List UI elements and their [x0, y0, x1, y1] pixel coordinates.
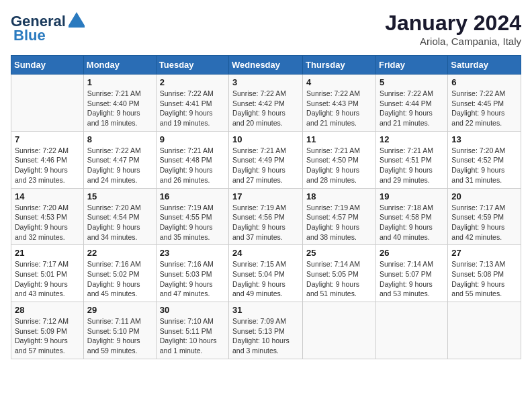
calendar-subtitle: Ariola, Campania, Italy — [385, 36, 521, 47]
cell-info-text: Sunrise: 7:10 AMSunset: 5:11 PMDaylight:… — [160, 316, 225, 356]
calendar-cell: 8Sunrise: 7:22 AMSunset: 4:47 PMDaylight… — [83, 131, 156, 188]
cell-info-text: Sunrise: 7:19 AMSunset: 4:57 PMDaylight:… — [306, 203, 372, 242]
calendar-cell: 2Sunrise: 7:22 AMSunset: 4:41 PMDaylight… — [156, 75, 228, 132]
weekday-header: Saturday — [448, 56, 521, 75]
weekday-header: Thursday — [303, 56, 376, 75]
calendar-cell: 10Sunrise: 7:21 AMSunset: 4:49 PMDayligh… — [229, 131, 303, 188]
cell-date-number: 7 — [15, 134, 80, 144]
calendar-cell: 1Sunrise: 7:21 AMSunset: 4:40 PMDaylight… — [83, 75, 156, 132]
calendar-cell: 6Sunrise: 7:22 AMSunset: 4:45 PMDaylight… — [448, 75, 521, 132]
calendar-cell — [448, 302, 521, 359]
cell-info-text: Sunrise: 7:22 AMSunset: 4:42 PMDaylight:… — [232, 89, 299, 128]
cell-info-text: Sunrise: 7:22 AMSunset: 4:47 PMDaylight:… — [87, 146, 152, 185]
cell-date-number: 13 — [451, 134, 517, 144]
cell-date-number: 20 — [451, 191, 517, 201]
calendar-title: January 2024 — [385, 11, 521, 36]
cell-date-number: 29 — [87, 305, 152, 315]
cell-date-number: 16 — [160, 191, 225, 201]
cell-info-text: Sunrise: 7:16 AMSunset: 5:02 PMDaylight:… — [87, 259, 152, 299]
calendar-cell: 4Sunrise: 7:22 AMSunset: 4:43 PMDaylight… — [303, 75, 376, 132]
weekday-header: Wednesday — [229, 56, 303, 75]
calendar-cell: 25Sunrise: 7:14 AMSunset: 5:05 PMDayligh… — [303, 245, 376, 302]
cell-info-text: Sunrise: 7:19 AMSunset: 4:55 PMDaylight:… — [160, 203, 225, 242]
cell-info-text: Sunrise: 7:21 AMSunset: 4:40 PMDaylight:… — [87, 89, 152, 128]
calendar-cell: 5Sunrise: 7:22 AMSunset: 4:44 PMDaylight… — [375, 75, 447, 132]
weekday-header: Monday — [83, 56, 156, 75]
cell-info-text: Sunrise: 7:21 AMSunset: 4:48 PMDaylight:… — [160, 146, 225, 185]
cell-info-text: Sunrise: 7:22 AMSunset: 4:45 PMDaylight:… — [451, 89, 517, 128]
cell-info-text: Sunrise: 7:22 AMSunset: 4:46 PMDaylight:… — [15, 146, 80, 185]
calendar-cell: 14Sunrise: 7:20 AMSunset: 4:53 PMDayligh… — [11, 188, 84, 245]
calendar-header: SundayMondayTuesdayWednesdayThursdayFrid… — [11, 56, 521, 75]
cell-info-text: Sunrise: 7:09 AMSunset: 5:13 PMDaylight:… — [232, 316, 299, 356]
cell-date-number: 11 — [306, 134, 372, 144]
cell-date-number: 27 — [451, 248, 517, 258]
weekday-header: Friday — [375, 56, 447, 75]
cell-info-text: Sunrise: 7:21 AMSunset: 4:49 PMDaylight:… — [232, 146, 299, 185]
cell-date-number: 4 — [306, 77, 372, 87]
calendar-cell: 26Sunrise: 7:14 AMSunset: 5:07 PMDayligh… — [375, 245, 447, 302]
svg-marker-0 — [69, 12, 85, 26]
cell-date-number: 28 — [15, 305, 80, 315]
cell-info-text: Sunrise: 7:20 AMSunset: 4:53 PMDaylight:… — [15, 203, 80, 242]
calendar-cell: 22Sunrise: 7:16 AMSunset: 5:02 PMDayligh… — [83, 245, 156, 302]
calendar-cell — [375, 302, 447, 359]
calendar-cell — [11, 75, 84, 132]
cell-date-number: 22 — [87, 248, 152, 258]
calendar-cell: 16Sunrise: 7:19 AMSunset: 4:55 PMDayligh… — [156, 188, 228, 245]
calendar-cell: 29Sunrise: 7:11 AMSunset: 5:10 PMDayligh… — [83, 302, 156, 359]
cell-info-text: Sunrise: 7:13 AMSunset: 5:08 PMDaylight:… — [451, 259, 517, 299]
cell-info-text: Sunrise: 7:16 AMSunset: 5:03 PMDaylight:… — [160, 259, 225, 299]
cell-info-text: Sunrise: 7:17 AMSunset: 4:59 PMDaylight:… — [451, 203, 517, 242]
calendar-cell: 31Sunrise: 7:09 AMSunset: 5:13 PMDayligh… — [229, 302, 303, 359]
weekday-header: Sunday — [11, 56, 84, 75]
calendar-cell: 7Sunrise: 7:22 AMSunset: 4:46 PMDaylight… — [11, 131, 84, 188]
cell-date-number: 19 — [380, 191, 444, 201]
cell-info-text: Sunrise: 7:17 AMSunset: 5:01 PMDaylight:… — [15, 259, 80, 299]
cell-info-text: Sunrise: 7:22 AMSunset: 4:41 PMDaylight:… — [160, 89, 225, 128]
weekday-header: Tuesday — [156, 56, 228, 75]
calendar-cell: 24Sunrise: 7:15 AMSunset: 5:04 PMDayligh… — [229, 245, 303, 302]
title-block: January 2024 Ariola, Campania, Italy — [385, 11, 521, 47]
cell-info-text: Sunrise: 7:20 AMSunset: 4:52 PMDaylight:… — [451, 146, 517, 185]
cell-info-text: Sunrise: 7:22 AMSunset: 4:44 PMDaylight:… — [380, 89, 444, 128]
cell-date-number: 8 — [87, 134, 152, 144]
calendar-cell: 13Sunrise: 7:20 AMSunset: 4:52 PMDayligh… — [448, 131, 521, 188]
cell-date-number: 2 — [160, 77, 225, 87]
calendar-cell: 28Sunrise: 7:12 AMSunset: 5:09 PMDayligh… — [11, 302, 84, 359]
cell-date-number: 17 — [232, 191, 299, 201]
cell-info-text: Sunrise: 7:11 AMSunset: 5:10 PMDaylight:… — [87, 316, 152, 356]
cell-date-number: 18 — [306, 191, 372, 201]
cell-date-number: 5 — [380, 77, 444, 87]
cell-info-text: Sunrise: 7:22 AMSunset: 4:43 PMDaylight:… — [306, 89, 372, 128]
cell-date-number: 25 — [306, 248, 372, 258]
cell-date-number: 9 — [160, 134, 225, 144]
calendar-cell: 27Sunrise: 7:13 AMSunset: 5:08 PMDayligh… — [448, 245, 521, 302]
cell-info-text: Sunrise: 7:21 AMSunset: 4:50 PMDaylight:… — [306, 146, 372, 185]
calendar-cell — [303, 302, 376, 359]
calendar-table: SundayMondayTuesdayWednesdayThursdayFrid… — [11, 55, 521, 359]
calendar-cell: 17Sunrise: 7:19 AMSunset: 4:56 PMDayligh… — [229, 188, 303, 245]
cell-date-number: 31 — [232, 305, 299, 315]
cell-date-number: 24 — [232, 248, 299, 258]
calendar-cell: 20Sunrise: 7:17 AMSunset: 4:59 PMDayligh… — [448, 188, 521, 245]
cell-date-number: 6 — [451, 77, 517, 87]
cell-date-number: 14 — [15, 191, 80, 201]
logo-icon — [67, 11, 86, 30]
cell-info-text: Sunrise: 7:18 AMSunset: 4:58 PMDaylight:… — [380, 203, 444, 242]
cell-info-text: Sunrise: 7:19 AMSunset: 4:56 PMDaylight:… — [232, 203, 299, 242]
cell-date-number: 21 — [15, 248, 80, 258]
calendar-cell: 11Sunrise: 7:21 AMSunset: 4:50 PMDayligh… — [303, 131, 376, 188]
calendar-cell: 30Sunrise: 7:10 AMSunset: 5:11 PMDayligh… — [156, 302, 228, 359]
logo-text-blue: Blue — [13, 28, 46, 43]
calendar-cell: 9Sunrise: 7:21 AMSunset: 4:48 PMDaylight… — [156, 131, 228, 188]
calendar-cell: 3Sunrise: 7:22 AMSunset: 4:42 PMDaylight… — [229, 75, 303, 132]
calendar-cell: 21Sunrise: 7:17 AMSunset: 5:01 PMDayligh… — [11, 245, 84, 302]
cell-date-number: 30 — [160, 305, 225, 315]
cell-date-number: 23 — [160, 248, 225, 258]
cell-date-number: 10 — [232, 134, 299, 144]
cell-date-number: 15 — [87, 191, 152, 201]
cell-info-text: Sunrise: 7:20 AMSunset: 4:54 PMDaylight:… — [87, 203, 152, 242]
cell-date-number: 3 — [232, 77, 299, 87]
calendar-cell: 15Sunrise: 7:20 AMSunset: 4:54 PMDayligh… — [83, 188, 156, 245]
